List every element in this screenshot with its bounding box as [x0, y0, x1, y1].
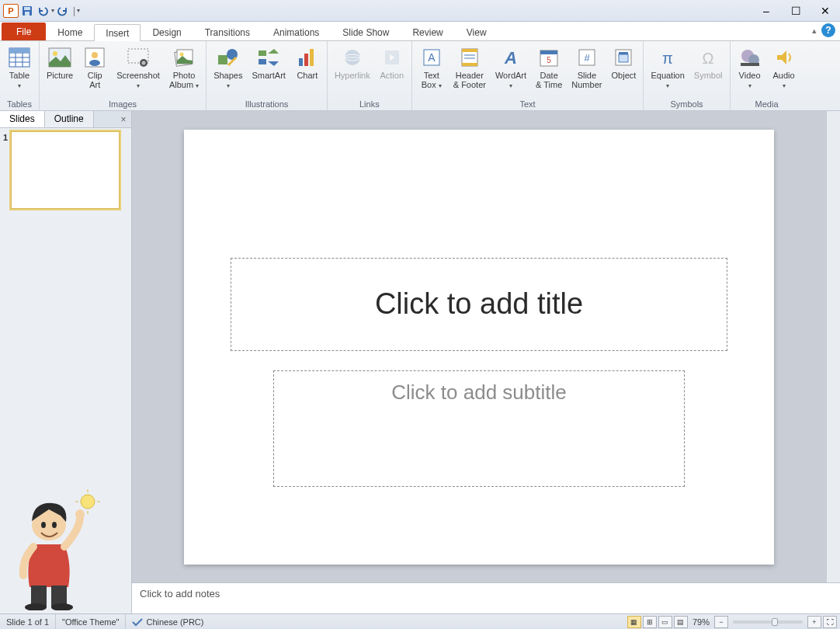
svg-rect-36 [462, 63, 477, 66]
zoom-thumb[interactable] [772, 618, 778, 626]
svg-point-13 [92, 52, 98, 58]
tab-review[interactable]: Review [401, 23, 454, 40]
tab-transitions[interactable]: Transitions [193, 23, 262, 40]
status-slide-info[interactable]: Slide 1 of 1 [0, 614, 56, 629]
window-controls: – ☐ ✕ [751, 2, 840, 19]
audio-button[interactable]: Audio▾ [768, 43, 800, 93]
datetime-icon: 5 [536, 45, 561, 70]
hyperlink-icon [340, 45, 365, 70]
qat-customize-icon[interactable]: ▾ [77, 7, 80, 14]
group-illustrations: Shapes▾ SmartArt Chart Illustrations [207, 41, 328, 110]
svg-rect-27 [310, 49, 314, 66]
svg-point-11 [53, 51, 57, 56]
slide-canvas[interactable]: Click to add title Click to add subtitle [132, 111, 826, 582]
status-theme[interactable]: "Office Theme" [56, 614, 126, 629]
tab-design[interactable]: Design [141, 23, 193, 40]
ribbon-minimize-icon[interactable]: ▴ [812, 26, 817, 36]
picture-icon [47, 45, 72, 70]
zoom-in-button[interactable]: + [807, 616, 821, 628]
redo-icon[interactable] [56, 4, 70, 18]
object-icon [611, 45, 636, 70]
svg-text:#: # [584, 52, 590, 64]
smartart-icon [256, 45, 281, 70]
maximize-button[interactable]: ☐ [781, 2, 810, 19]
quick-access-toolbar: P ▾ | ▾ [0, 4, 83, 18]
object-button[interactable]: Object [607, 43, 640, 82]
wordart-icon: A [498, 45, 523, 70]
tab-view[interactable]: View [455, 23, 498, 40]
photo-album-icon [172, 45, 196, 70]
table-button[interactable]: Table▾ [3, 43, 36, 93]
svg-rect-41 [540, 50, 557, 54]
ribbon: Table▾ Tables Picture Clip Art Screensho… [0, 41, 840, 111]
normal-view-button[interactable]: ▦ [627, 616, 641, 628]
slideshow-view-button[interactable]: ▤ [674, 616, 688, 628]
sorter-view-button[interactable]: ⊞ [643, 616, 657, 628]
header-footer-icon [457, 45, 482, 70]
svg-point-14 [89, 60, 100, 66]
zoom-slider[interactable] [733, 620, 803, 624]
group-label-tables: Tables [3, 99, 36, 110]
tab-animations[interactable]: Animations [262, 23, 331, 40]
vertical-scrollbar[interactable] [826, 111, 840, 582]
fit-to-window-button[interactable]: ⛶ [823, 616, 837, 628]
save-icon[interactable] [20, 4, 34, 18]
photo-album-button[interactable]: Photo Album ▾ [165, 43, 203, 93]
action-icon [380, 45, 404, 70]
screenshot-icon [126, 45, 151, 70]
title-placeholder[interactable]: Click to add title [231, 258, 727, 351]
spellcheck-icon [132, 617, 143, 627]
thumbnail-1[interactable]: 1 [3, 131, 128, 209]
undo-icon[interactable] [36, 4, 50, 18]
svg-rect-26 [304, 54, 308, 66]
tab-file[interactable]: File [2, 23, 46, 40]
svg-rect-9 [9, 48, 30, 53]
panel-close-button[interactable]: × [116, 111, 131, 127]
zoom-out-button[interactable]: − [714, 616, 728, 628]
qat-divider: | [73, 5, 75, 16]
header-footer-button[interactable]: Header & Footer [450, 43, 490, 92]
picture-button[interactable]: Picture [43, 43, 77, 82]
chart-button[interactable]: Chart [291, 43, 324, 82]
datetime-button[interactable]: 5 Date & Time [532, 43, 566, 92]
minimize-button[interactable]: – [751, 2, 781, 19]
video-button[interactable]: Video▾ [734, 43, 766, 93]
notes-pane[interactable]: Click to add notes [132, 582, 840, 613]
svg-point-20 [180, 53, 184, 57]
equation-button[interactable]: π Equation▾ [647, 43, 688, 93]
group-label-images: Images [43, 99, 203, 110]
tab-insert[interactable]: Insert [94, 24, 141, 41]
outline-tab[interactable]: Outline [45, 111, 94, 127]
svg-rect-24 [259, 59, 266, 64]
svg-text:A: A [428, 51, 436, 64]
svg-text:π: π [662, 50, 673, 67]
undo-dropdown-icon[interactable]: ▾ [51, 7, 54, 14]
help-icon[interactable]: ? [821, 23, 835, 37]
tab-home[interactable]: Home [46, 23, 94, 40]
status-language[interactable]: Chinese (PRC) [126, 614, 210, 629]
chart-icon [295, 45, 320, 70]
svg-rect-2 [25, 12, 30, 16]
slides-tab[interactable]: Slides [0, 111, 45, 127]
shapes-button[interactable]: Shapes▾ [210, 43, 246, 93]
svg-rect-21 [218, 55, 227, 64]
reading-view-button[interactable]: ▭ [658, 616, 672, 628]
thumbnail-preview[interactable] [11, 131, 120, 209]
close-button[interactable]: ✕ [810, 2, 840, 19]
clipart-icon [82, 45, 107, 70]
textbox-button[interactable]: A Text Box ▾ [415, 43, 448, 93]
subtitle-placeholder[interactable]: Click to add subtitle [273, 370, 685, 487]
thumbnails: 1 [0, 128, 131, 613]
tab-slideshow[interactable]: Slide Show [331, 23, 401, 40]
group-links: Hyperlink Action Links [328, 41, 412, 110]
ribbon-tabs: File Home Insert Design Transitions Anim… [0, 22, 840, 41]
smartart-button[interactable]: SmartArt [248, 43, 289, 82]
svg-rect-23 [259, 50, 266, 56]
screenshot-button[interactable]: Screenshot▾ [113, 43, 164, 93]
clipart-button[interactable]: Clip Art [78, 43, 111, 92]
app-icon[interactable]: P [3, 4, 19, 18]
slide[interactable]: Click to add title Click to add subtitle [184, 130, 774, 565]
wordart-button[interactable]: A WordArt▾ [491, 43, 530, 93]
group-media: Video▾ Audio▾ Media [731, 41, 804, 110]
slidenumber-button[interactable]: # Slide Number [568, 43, 606, 92]
